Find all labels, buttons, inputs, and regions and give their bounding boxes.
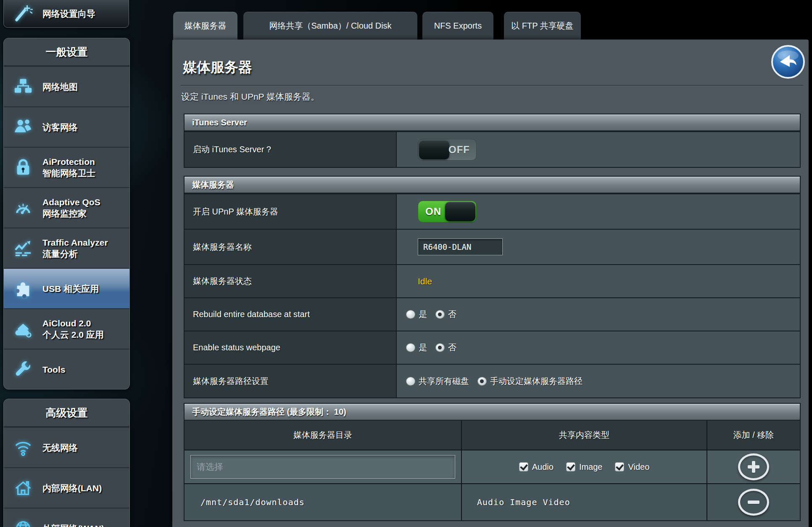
checkbox-checked-icon[interactable]: [615, 462, 624, 471]
globe-icon: [4, 519, 42, 527]
tab-media-server[interactable]: 媒体服务器: [173, 12, 237, 40]
table-column-headers: 媒体服务器目录 共享内容类型 添加 / 移除: [185, 421, 800, 450]
add-path-button[interactable]: [738, 453, 769, 480]
table-row: 媒体服务器名称: [185, 229, 800, 264]
sidebar-item-guest-network[interactable]: 访客网络: [4, 106, 129, 147]
radio-label: 共享所有磁盘: [419, 376, 469, 387]
radio-icon-selected[interactable]: [435, 343, 445, 352]
radio-icon[interactable]: [406, 377, 415, 386]
manual-path-section: 手动设定媒体服务器路径 (最多限制： 10) 媒体服务器目录 共享内容类型 添加…: [184, 403, 801, 521]
sidebar-group-title: 一般设置: [4, 38, 129, 66]
sidebar-item-adaptive-qos[interactable]: Adaptive QoS 网络监控家: [4, 187, 129, 228]
sidebar-item-label: AiCloud 2.0: [42, 318, 91, 328]
cloud-home-icon: [4, 319, 42, 339]
media-server-section: 媒体服务器 开启 UPnP 媒体服务器 ON 媒体服务器名称 媒体服务器状态 I…: [184, 176, 801, 398]
row-label: 启动 iTunes Server ?: [185, 132, 397, 167]
sidebar-item-label: USB 相关应用: [42, 283, 99, 294]
content-type-image[interactable]: Image: [566, 462, 603, 472]
radio-label: 手动设定媒体服务器路径: [490, 376, 583, 387]
upnp-media-server-toggle[interactable]: ON: [418, 201, 477, 222]
checkbox-label: Audio: [532, 462, 554, 472]
rebuild-option-no[interactable]: 否: [435, 309, 456, 320]
content-type-video[interactable]: Video: [615, 462, 649, 472]
sidebar-item-usb-apps[interactable]: USB 相关应用: [4, 268, 129, 308]
add-path-row: Audio Image Video: [185, 450, 800, 483]
sidebar-item-label: Traffic Analyzer: [42, 238, 108, 247]
tab-ftp-share[interactable]: 以 FTP 共享硬盘: [504, 12, 581, 40]
sidebar-item-sublabel: 流量分析: [42, 249, 78, 259]
path-content-types-value: Audio Image Video: [462, 484, 707, 520]
path-directory-value: /mnt/sda1/downloads: [185, 484, 462, 520]
webpage-option-yes[interactable]: 是: [406, 342, 427, 353]
itunes-server-section: iTunes Server 启动 iTunes Server ? OFF: [184, 114, 801, 168]
sidebar-item-label: Adaptive QoS: [42, 197, 100, 207]
sidebar-item-wan[interactable]: 外部网络(WAN): [4, 508, 129, 527]
radio-icon[interactable]: [406, 343, 415, 352]
table-row: Enable status webpage 是 否: [185, 331, 800, 364]
gauge-icon: [4, 198, 42, 217]
webpage-option-no[interactable]: 否: [435, 342, 456, 353]
radio-icon-selected[interactable]: [477, 377, 487, 386]
row-label: Rebuild entire database at start: [185, 298, 397, 331]
sidebar-item-setup-wizard[interactable]: 网络设置向导: [3, 0, 129, 28]
sidebar-item-sublabel: 智能网络卫士: [42, 168, 95, 178]
table-row: 媒体服务器路径设置 共享所有磁盘 手动设定媒体服务器路径: [185, 364, 800, 397]
magic-wand-icon: [4, 4, 42, 23]
toggle-knob: [445, 202, 475, 221]
row-label: 媒体服务器路径设置: [185, 365, 397, 397]
radio-label: 是: [419, 342, 427, 353]
sidebar-item-aicloud[interactable]: AiCloud 2.0 个人云 2.0 应用: [4, 308, 129, 349]
table-row: Rebuild entire database at start 是 否: [185, 297, 800, 331]
sidebar-item-aiprotection[interactable]: AiProtection 智能网络卫士: [4, 147, 129, 187]
radio-label: 否: [448, 342, 456, 353]
toggle-state-label: OFF: [448, 144, 470, 156]
checkbox-checked-icon[interactable]: [519, 462, 528, 471]
sidebar-group-title: 高级设置: [4, 399, 129, 427]
content-type-audio[interactable]: Audio: [519, 462, 554, 472]
row-label: 媒体服务器状态: [185, 265, 397, 297]
row-label: 媒体服务器名称: [185, 230, 397, 264]
guest-network-icon: [4, 117, 42, 137]
section-header: iTunes Server: [185, 114, 800, 131]
row-label: Enable status webpage: [185, 331, 397, 364]
path-mode-all-disks[interactable]: 共享所有磁盘: [406, 376, 469, 387]
media-server-status-value: Idle: [418, 276, 432, 286]
title-divider: [181, 85, 803, 86]
media-server-name-input[interactable]: [418, 238, 503, 255]
page-title: 媒体服务器: [183, 58, 252, 77]
section-header: 手动设定媒体服务器路径 (最多限制： 10): [185, 404, 800, 421]
section-header: 媒体服务器: [185, 177, 800, 193]
path-table-row: /mnt/sda1/downloads Audio Image Video: [185, 483, 800, 520]
sidebar-item-label: AiProtection: [42, 157, 95, 167]
shield-lock-icon: [4, 158, 42, 177]
radio-icon[interactable]: [406, 310, 415, 319]
path-mode-manual[interactable]: 手动设定媒体服务器路径: [477, 376, 583, 387]
radio-label: 是: [419, 309, 427, 320]
sidebar-item-traffic-analyzer[interactable]: Traffic Analyzer 流量分析: [4, 228, 129, 268]
sidebar-item-label: 外部网络(WAN): [42, 523, 104, 527]
sidebar-item-wireless[interactable]: 无线网络: [4, 427, 129, 467]
sidebar-item-label: 网络设置向导: [42, 8, 95, 19]
back-button[interactable]: [771, 45, 805, 79]
tab-nfs-exports[interactable]: NFS Exports: [422, 12, 493, 40]
itunes-server-toggle[interactable]: OFF: [418, 139, 477, 161]
checkbox-label: Video: [628, 462, 649, 472]
sidebar-item-tools[interactable]: Tools: [4, 349, 129, 389]
checkbox-label: Image: [579, 462, 603, 472]
remove-path-button[interactable]: [738, 489, 769, 516]
sidebar-item-label: 网络地图: [42, 81, 78, 93]
sidebar-group-advanced: 高级设置 无线网络 内部网络(LAN): [3, 399, 130, 527]
sidebar-item-network-map[interactable]: 网络地图: [4, 66, 129, 106]
wifi-icon: [4, 438, 42, 457]
rebuild-option-yes[interactable]: 是: [406, 309, 427, 320]
sidebar-item-label: 内部网络(LAN): [42, 482, 102, 494]
main-panel: 媒体服务器 设定 iTunes 和 UPnP 媒体服务器。 iTunes Ser…: [172, 40, 809, 527]
tab-samba-cloud-disk[interactable]: 网络共享（Samba）/ Cloud Disk: [243, 12, 417, 40]
table-row: 开启 UPnP 媒体服务器 ON: [185, 193, 800, 229]
checkbox-checked-icon[interactable]: [566, 462, 575, 471]
directory-select-input[interactable]: [190, 455, 455, 479]
network-map-icon: [4, 77, 42, 96]
sidebar-item-lan[interactable]: 内部网络(LAN): [4, 467, 129, 508]
radio-icon-selected[interactable]: [435, 310, 445, 319]
column-header-add-remove: 添加 / 移除: [707, 421, 800, 450]
